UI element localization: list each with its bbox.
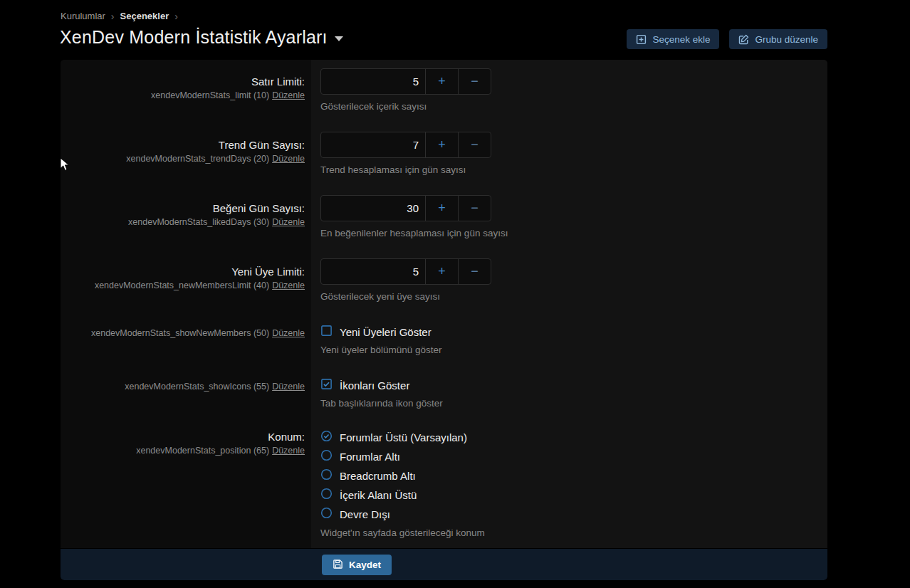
- edit-group-label: Grubu düzenle: [755, 34, 818, 45]
- option-label-cell: Beğeni Gün Sayısı: xendevModernStats_lik…: [61, 187, 311, 250]
- radio-option[interactable]: İçerik Alanı Üstü: [320, 485, 827, 505]
- radio-label: Devre Dışı: [340, 508, 390, 520]
- option-id: xendevModernStats_showNewMembers (50)Düz…: [61, 327, 305, 339]
- breadcrumb-item-secenekler[interactable]: Seçenekler: [120, 11, 169, 21]
- number-input-group: 7 + −: [320, 132, 491, 158]
- breadcrumb: Kurulumlar › Seçenekler ›: [61, 11, 178, 21]
- increment-button[interactable]: +: [426, 196, 459, 221]
- number-input[interactable]: 5: [321, 69, 426, 94]
- edit-option-link[interactable]: Düzenle: [272, 280, 305, 290]
- option-id-text: xendevModernStats_limit (10): [151, 90, 269, 100]
- option-label-cell: Trend Gün Sayısı: xendevModernStats_tren…: [61, 123, 311, 187]
- edit-option-link[interactable]: Düzenle: [272, 328, 305, 338]
- option-description: En beğenilenler hesaplaması için gün say…: [320, 228, 827, 239]
- number-input[interactable]: 5: [321, 259, 426, 284]
- option-row-position: Konum: xendevModernStats_position (65)Dü…: [61, 420, 827, 548]
- radio-label: Breadcrumb Altı: [340, 470, 416, 482]
- option-id-text: xendevModernStats_showIcons (55): [125, 382, 269, 392]
- option-control-cell: Forumlar Üstü (Varsayılan) Forumlar Altı…: [311, 420, 827, 548]
- number-input[interactable]: 30: [321, 196, 426, 221]
- option-control-cell: 30 + − En beğenilenler hesaplaması için …: [311, 187, 827, 250]
- option-label: Trend Gün Sayısı:: [61, 139, 305, 152]
- checkbox-unchecked-icon[interactable]: [320, 325, 333, 340]
- option-label-cell: Yeni Üye Limiti: xendevModernStats_newMe…: [61, 250, 311, 313]
- breadcrumb-separator-icon: ›: [111, 11, 115, 21]
- radio-option[interactable]: Forumlar Altı: [320, 447, 827, 466]
- decrement-button[interactable]: −: [459, 132, 491, 157]
- number-input-group: 5 + −: [320, 68, 491, 95]
- option-id-text: xendevModernStats_likedDays (30): [128, 217, 269, 227]
- title-row: XenDev Modern İstatistik Ayarları: [60, 27, 343, 48]
- radio-option[interactable]: Breadcrumb Altı: [320, 466, 827, 485]
- option-control-cell: 5 + − Gösterilecek yeni üye sayısı: [311, 250, 827, 313]
- checkbox-label: İkonları Göster: [340, 379, 409, 392]
- option-label: Beğeni Gün Sayısı:: [61, 202, 305, 215]
- increment-button[interactable]: +: [426, 132, 459, 157]
- radio-checked-icon[interactable]: [320, 430, 333, 445]
- option-label-cell: Satır Limiti: xendevModernStats_limit (1…: [61, 60, 311, 123]
- decrement-button[interactable]: −: [459, 259, 491, 284]
- decrement-button[interactable]: −: [459, 196, 491, 221]
- option-row-newmemberslimit: Yeni Üye Limiti: xendevModernStats_newMe…: [61, 250, 827, 313]
- radio-unchecked-icon[interactable]: [320, 507, 333, 522]
- page-title: XenDev Modern İstatistik Ayarları: [60, 27, 328, 48]
- number-input-group: 5 + −: [320, 258, 491, 285]
- radio-unchecked-icon[interactable]: [320, 449, 333, 464]
- radio-unchecked-icon[interactable]: [320, 488, 333, 503]
- radio-unchecked-icon[interactable]: [320, 468, 333, 483]
- option-description: Gösterilecek yeni üye sayısı: [320, 291, 827, 303]
- checkbox-checked-icon[interactable]: [320, 378, 333, 393]
- option-description: Yeni üyeler bölümünü göster: [320, 345, 827, 356]
- add-option-label: Seçenek ekle: [652, 34, 710, 45]
- option-label-cell: Konum: xendevModernStats_position (65)Dü…: [61, 420, 311, 548]
- checkbox-label: Yeni Üyeleri Göster: [340, 326, 432, 338]
- option-label: Yeni Üye Limiti:: [61, 266, 305, 278]
- checkbox-option[interactable]: Yeni Üyeleri Göster: [320, 324, 827, 340]
- edit-option-link[interactable]: Düzenle: [272, 154, 305, 164]
- option-id: xendevModernStats_limit (10)Düzenle: [61, 90, 305, 101]
- checkbox-option[interactable]: İkonları Göster: [320, 377, 827, 393]
- edit-option-link[interactable]: Düzenle: [272, 90, 305, 100]
- option-label-cell: xendevModernStats_showNewMembers (50)Düz…: [61, 313, 311, 367]
- number-input-group: 30 + −: [320, 195, 491, 221]
- option-description: Tab başlıklarında ikon göster: [320, 398, 827, 409]
- option-control-cell: Yeni Üyeleri Göster Yeni üyeler bölümünü…: [311, 313, 827, 367]
- option-id: xendevModernStats_trendDays (20)Düzenle: [61, 153, 305, 164]
- breadcrumb-item-kurulumlar[interactable]: Kurulumlar: [61, 11, 105, 21]
- edit-option-link[interactable]: Düzenle: [272, 217, 305, 227]
- option-id: xendevModernStats_position (65)Düzenle: [61, 445, 305, 456]
- options-panel: Satır Limiti: xendevModernStats_limit (1…: [61, 60, 827, 580]
- option-row-trenddays: Trend Gün Sayısı: xendevModernStats_tren…: [61, 123, 827, 187]
- radio-label: Forumlar Altı: [340, 451, 400, 463]
- option-id-text: xendevModernStats_trendDays (20): [126, 154, 269, 164]
- edit-pencil-icon: [738, 34, 749, 45]
- edit-option-link[interactable]: Düzenle: [272, 382, 305, 392]
- option-label: Satır Limiti:: [61, 75, 305, 88]
- option-row-limit: Satır Limiti: xendevModernStats_limit (1…: [61, 60, 827, 123]
- number-input[interactable]: 7: [321, 132, 426, 157]
- radio-option-selected[interactable]: Forumlar Üstü (Varsayılan): [320, 428, 827, 447]
- option-id-text: xendevModernStats_newMembersLimit (40): [95, 280, 269, 290]
- option-row-likeddays: Beğeni Gün Sayısı: xendevModernStats_lik…: [61, 187, 827, 250]
- option-description: Widget'ın sayfada gösterileceği konum: [320, 527, 827, 539]
- form-footer: Kaydet: [61, 548, 827, 580]
- increment-button[interactable]: +: [426, 259, 459, 284]
- option-description: Trend hesaplaması için gün sayısı: [320, 164, 827, 176]
- breadcrumb-separator-icon: ›: [174, 11, 178, 21]
- decrement-button[interactable]: −: [459, 69, 491, 94]
- floppy-disk-icon: [333, 559, 343, 572]
- save-button[interactable]: Kaydet: [322, 555, 392, 575]
- edit-option-link[interactable]: Düzenle: [272, 446, 305, 456]
- option-label-cell: xendevModernStats_showIcons (55)Düzenle: [61, 367, 311, 420]
- radio-option[interactable]: Devre Dışı: [320, 505, 827, 524]
- save-button-label: Kaydet: [349, 560, 381, 570]
- option-description: Gösterilecek içerik sayısı: [320, 101, 827, 112]
- plus-square-icon: [636, 34, 647, 45]
- add-option-button[interactable]: Seçenek ekle: [627, 29, 719, 49]
- chevron-down-icon[interactable]: [335, 36, 343, 41]
- option-row-showicons: xendevModernStats_showIcons (55)Düzenle …: [61, 367, 827, 420]
- increment-button[interactable]: +: [426, 69, 459, 94]
- option-label: Konum:: [61, 431, 305, 443]
- radio-label: İçerik Alanı Üstü: [340, 489, 417, 501]
- edit-group-button[interactable]: Grubu düzenle: [729, 29, 827, 49]
